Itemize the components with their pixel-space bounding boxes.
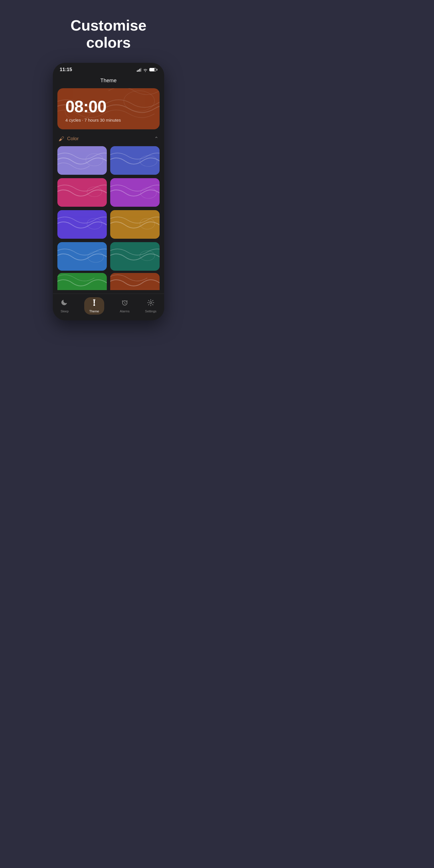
nav-item-theme[interactable]: Theme (84, 297, 104, 315)
hero-title: Customise colors (70, 17, 147, 52)
app-header-title: Theme (100, 78, 117, 83)
alarm-icon (121, 299, 128, 308)
nav-item-alarms[interactable]: Alarms (120, 299, 129, 313)
color-swatch-lightblue[interactable] (57, 242, 107, 271)
gear-icon (147, 299, 154, 308)
color-swatch-teal[interactable] (110, 242, 160, 271)
color-swatch-lavender[interactable] (57, 146, 107, 175)
signal-icon (137, 68, 142, 72)
svg-rect-11 (93, 299, 95, 300)
color-swatch-purple[interactable] (110, 178, 160, 207)
color-section: 🖌 Color ⌃ (53, 132, 164, 291)
svg-rect-10 (94, 300, 95, 304)
color-swatch-gold[interactable] (110, 210, 160, 239)
partial-color-row (57, 273, 160, 291)
color-header: 🖌 Color ⌃ (57, 132, 160, 146)
color-label: Color (67, 136, 79, 142)
clock-time: 08:00 (65, 97, 152, 116)
color-header-left: 🖌 Color (59, 135, 79, 142)
svg-point-13 (150, 302, 152, 304)
status-bar: 11:15 (53, 63, 164, 75)
wifi-icon (143, 68, 148, 71)
phone-mockup: 11:15 Theme (53, 63, 164, 320)
clock-card: 08:00 4 cycles · 7 hours 30 minutes (57, 88, 160, 129)
paint-icon: 🖌 (59, 135, 64, 142)
color-grid (57, 146, 160, 273)
nav-label-sleep: Sleep (61, 310, 68, 313)
bottom-nav: Sleep Theme (53, 293, 164, 320)
moon-icon (61, 299, 68, 308)
color-swatch-orange-bottom[interactable] (110, 273, 160, 290)
status-icons (137, 68, 158, 72)
status-time: 11:15 (60, 67, 72, 72)
color-swatch-violet[interactable] (57, 210, 107, 239)
color-swatch-pink[interactable] (57, 178, 107, 207)
chevron-up-icon[interactable]: ⌃ (154, 135, 158, 142)
nav-label-settings: Settings (145, 310, 156, 313)
clock-subtitle: 4 cycles · 7 hours 30 minutes (65, 118, 152, 123)
nav-label-alarms: Alarms (120, 310, 129, 313)
battery-icon (149, 68, 157, 71)
nav-label-theme: Theme (89, 310, 99, 313)
color-swatch-green[interactable] (57, 273, 107, 290)
app-header: Theme (53, 75, 164, 88)
color-swatch-blue[interactable] (110, 146, 160, 175)
svg-point-2 (86, 154, 103, 166)
nav-item-sleep[interactable]: Sleep (61, 299, 68, 313)
paintbrush-icon (91, 299, 98, 308)
nav-item-settings[interactable]: Settings (145, 299, 156, 313)
